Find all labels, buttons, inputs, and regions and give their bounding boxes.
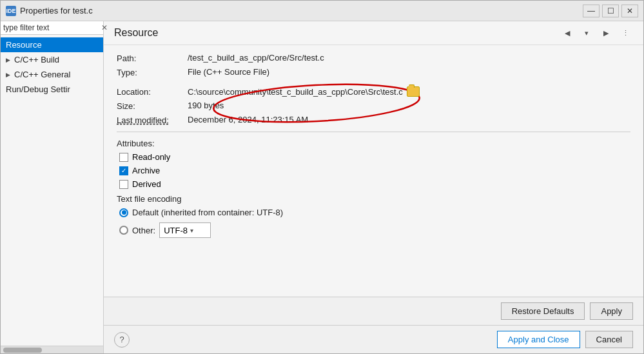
attributes-section: Attributes: Read-only Archive Derived [117, 139, 630, 189]
maximize-button[interactable]: ☐ [602, 5, 619, 17]
derived-checkbox[interactable] [119, 180, 128, 189]
last-modified-label: Last modified: [117, 115, 188, 125]
readonly-label: Read-only [132, 152, 170, 162]
encoding-select-value: UTF-8 [164, 226, 188, 235]
main-content: Resource ◀ ▾ ▶ ⋮ Path: /test_c_build_as_… [104, 21, 643, 353]
archive-label: Archive [132, 166, 160, 175]
path-value: /test_c_build_as_cpp/Core/Src/test.c [188, 53, 324, 63]
last-modified-value: December 6, 2024, 11:23:15 AM [188, 115, 308, 124]
sidebar-items: Resource C/C++ Build C/C++ General Run/D… [1, 35, 103, 346]
app-icon: IDE [6, 6, 16, 16]
restore-apply-bar: Restore Defaults Apply [104, 297, 643, 325]
readonly-row: Read-only [119, 152, 630, 162]
encoding-select[interactable]: UTF-8 ▾ [159, 222, 211, 238]
properties-dialog: IDE Properties for test.c — ☐ ✕ ✕ Resour… [0, 0, 644, 354]
type-value: File (C++ Source File) [188, 67, 269, 77]
readonly-checkbox[interactable] [119, 153, 128, 162]
content-area: Path: /test_c_build_as_cpp/Core/Src/test… [104, 45, 643, 297]
sidebar-item-resource[interactable]: Resource [1, 37, 103, 52]
size-value: 190 bytes [188, 101, 224, 110]
location-label: Location: [117, 86, 188, 97]
archive-row: Archive [119, 166, 630, 175]
type-label: Type: [117, 67, 188, 77]
type-row: Type: File (C++ Source File) [117, 67, 630, 77]
close-button[interactable]: ✕ [621, 5, 638, 17]
cancel-button[interactable]: Cancel [585, 331, 633, 348]
help-button[interactable]: ? [114, 332, 130, 348]
encoding-section-label: Text file encoding [117, 194, 630, 204]
dialog-body: ✕ Resource C/C++ Build C/C++ General Run… [1, 21, 643, 353]
header-nav: ◀ ▾ ▶ ⋮ [560, 26, 633, 39]
last-modified-row: Last modified: December 6, 2024, 11:23:1… [117, 115, 630, 125]
minimize-button[interactable]: — [583, 5, 600, 17]
other-encoding-radio[interactable] [119, 226, 128, 235]
apply-button[interactable]: Apply [590, 302, 633, 320]
size-label: Size: [117, 101, 188, 111]
sidebar-item-run-debug-label: Run/Debug Settir [6, 84, 70, 94]
default-encoding-radio[interactable] [119, 208, 128, 217]
select-arrow-icon: ▾ [190, 227, 193, 234]
section-title: Resource [114, 27, 158, 39]
filter-bar: ✕ [1, 21, 103, 35]
sidebar: ✕ Resource C/C++ Build C/C++ General Run… [1, 21, 104, 353]
apply-and-close-button[interactable]: Apply and Close [497, 331, 580, 348]
other-encoding-label: Other: [132, 226, 155, 235]
nav-down-button[interactable]: ▾ [579, 26, 594, 39]
sidebar-item-run-debug[interactable]: Run/Debug Settir [1, 82, 103, 97]
divider-1 [117, 132, 630, 132]
location-value: C:\source\community\test_c_build_as_cpp\… [188, 87, 403, 97]
archive-checkbox[interactable] [119, 166, 128, 175]
sidebar-item-cpp-build-label: C/C++ Build [14, 55, 59, 64]
action-buttons: Apply and Close Cancel [497, 331, 633, 348]
filter-input[interactable] [3, 23, 100, 32]
sidebar-scrollbar [1, 346, 103, 353]
other-encoding-row: Other: UTF-8 ▾ [119, 222, 630, 238]
bottom-buttons-row: ? Apply and Close Cancel [104, 325, 643, 353]
scrollbar-thumb [3, 348, 42, 353]
title-bar-buttons: — ☐ ✕ [583, 5, 638, 17]
nav-menu-button[interactable]: ⋮ [618, 26, 633, 39]
sidebar-item-resource-label: Resource [6, 40, 42, 50]
location-row: Location: C:\source\community\test_c_bui… [117, 86, 630, 97]
nav-back-button[interactable]: ◀ [560, 26, 575, 39]
encoding-section: Text file encoding Default (inherited fr… [117, 194, 630, 238]
default-encoding-label: Default (inherited from container: UTF-8… [132, 208, 283, 217]
nav-forward-button[interactable]: ▶ [598, 26, 614, 39]
sidebar-item-cpp-build[interactable]: C/C++ Build [1, 52, 103, 67]
title-bar: IDE Properties for test.c — ☐ ✕ [1, 1, 643, 21]
sidebar-item-cpp-general[interactable]: C/C++ General [1, 67, 103, 82]
size-row: Size: 190 bytes [117, 101, 630, 111]
main-header: Resource ◀ ▾ ▶ ⋮ [104, 21, 643, 45]
derived-row: Derived [119, 179, 630, 189]
attributes-label: Attributes: [117, 139, 630, 148]
path-row: Path: /test_c_build_as_cpp/Core/Src/test… [117, 53, 630, 63]
default-encoding-row: Default (inherited from container: UTF-8… [119, 208, 630, 217]
folder-icon[interactable] [407, 86, 420, 97]
restore-defaults-button[interactable]: Restore Defaults [501, 302, 585, 320]
location-value-row: C:\source\community\test_c_build_as_cpp\… [188, 86, 420, 97]
sidebar-item-cpp-general-label: C/C++ General [14, 70, 70, 79]
derived-label: Derived [132, 179, 161, 189]
window-title: Properties for test.c [20, 6, 583, 15]
path-label: Path: [117, 53, 188, 63]
